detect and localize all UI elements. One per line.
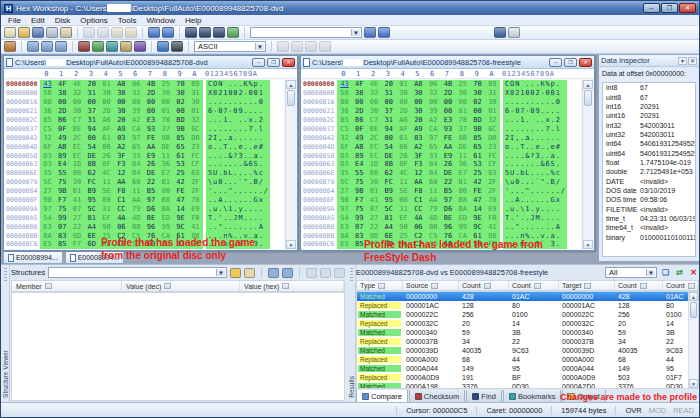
- hex-bytes[interactable]: E30722A490060B96999C41: [337, 222, 500, 231]
- hex-byte[interactable]: B9: [381, 187, 396, 196]
- ascii-text[interactable]: 2I,.a......: [206, 133, 270, 142]
- filter-icon[interactable]: [378, 283, 385, 289]
- hex-byte[interactable]: 60: [426, 178, 441, 187]
- hex-byte[interactable]: EC: [70, 151, 85, 160]
- hex-byte[interactable]: 2D: [396, 107, 411, 116]
- inspector-row[interactable]: DATE<invalid>: [603, 176, 695, 185]
- hex-byte[interactable]: B4: [426, 169, 441, 178]
- hex-byte[interactable]: B8: [455, 196, 470, 205]
- filter-icon[interactable]: [164, 283, 171, 289]
- hex-byte[interactable]: 6F: [40, 142, 55, 151]
- hex-byte[interactable]: 41: [367, 196, 382, 205]
- hex-byte[interactable]: 0B: [129, 222, 144, 231]
- hex-byte[interactable]: 00: [470, 107, 485, 116]
- hex-byte[interactable]: 37: [455, 124, 470, 133]
- hex-byte[interactable]: 30: [173, 89, 188, 98]
- menu-file[interactable]: File: [3, 16, 26, 25]
- hex-byte[interactable]: B9: [485, 80, 500, 89]
- ascii-text[interactable]: 2I,.a......: [503, 133, 567, 142]
- hex-byte[interactable]: E9: [188, 204, 203, 213]
- inspector-row[interactable]: uint867: [603, 92, 695, 101]
- inspector-row[interactable]: int1620291: [603, 102, 695, 111]
- ascii-text[interactable]: o..T..e..e#: [206, 142, 270, 151]
- hex-byte[interactable]: 30: [188, 98, 203, 107]
- compare-column-header[interactable]: Count: [615, 281, 663, 290]
- hex-byte[interactable]: 6C: [188, 124, 203, 133]
- hex-byte[interactable]: E7: [455, 169, 470, 178]
- hex-byte[interactable]: 31: [84, 116, 99, 125]
- scroll-up-icon[interactable]: ▲: [583, 80, 593, 89]
- filter-icon[interactable]: [484, 283, 491, 289]
- compare-column-header[interactable]: Count: [663, 281, 698, 290]
- hex-byte[interactable]: 0F: [55, 124, 70, 133]
- hex-byte[interactable]: 55: [55, 169, 70, 178]
- hex-bytes[interactable]: E30722A490060B96999C41: [40, 222, 203, 231]
- close-icon[interactable]: ✕: [688, 268, 699, 278]
- calculator-icon[interactable]: [171, 41, 183, 52]
- hex-byte[interactable]: 9C: [470, 222, 485, 231]
- undo-icon[interactable]: [148, 27, 160, 38]
- cut-icon[interactable]: [83, 27, 95, 38]
- ascii-text[interactable]: ...1. ..x.2: [206, 116, 270, 125]
- hex-byte[interactable]: E4: [55, 160, 70, 169]
- hex-byte[interactable]: 22: [441, 178, 456, 187]
- hex-byte[interactable]: B8: [158, 196, 173, 205]
- hex-byte[interactable]: 90: [99, 222, 114, 231]
- hex-byte[interactable]: 36: [40, 107, 55, 116]
- hex-byte[interactable]: 6C: [485, 124, 500, 133]
- hex-byte[interactable]: 20: [84, 80, 99, 89]
- nav-first-icon[interactable]: [277, 41, 289, 52]
- hex-byte[interactable]: 31: [396, 204, 411, 213]
- structures-column-value[interactable]: Value (dec): [122, 281, 240, 291]
- compare-row[interactable]: Matched0000000042801AC0000000042801AC: [357, 292, 698, 301]
- hex-byte[interactable]: 35: [40, 169, 55, 178]
- hex-byte[interactable]: 55: [352, 169, 367, 178]
- hex-byte[interactable]: 85: [470, 133, 485, 142]
- hex-byte[interactable]: 00: [396, 98, 411, 107]
- hex-byte[interactable]: B1: [158, 178, 173, 187]
- drag-grip[interactable]: [4, 268, 7, 282]
- hex-byte[interactable]: 65: [129, 142, 144, 151]
- hex-bytes[interactable]: 90F7419508C1AA97B84778: [337, 196, 500, 205]
- ascii-text[interactable]: .u.\1.y....: [503, 204, 567, 213]
- hex-byte[interactable]: 00: [173, 107, 188, 116]
- hex-byte[interactable]: C7: [70, 116, 85, 125]
- hex-byte[interactable]: 6F: [337, 142, 352, 151]
- menu-options[interactable]: Options: [75, 16, 113, 25]
- open-folder-icon[interactable]: [18, 27, 30, 38]
- hex-bytes[interactable]: 362D30372D303900010001: [40, 107, 203, 116]
- hex-byte[interactable]: EC: [367, 142, 382, 151]
- hex-byte[interactable]: 2D: [99, 107, 114, 116]
- hex-byte[interactable]: 30: [396, 89, 411, 98]
- hex-byte[interactable]: B4: [129, 160, 144, 169]
- hex-byte[interactable]: 3F: [411, 151, 426, 160]
- hex-byte[interactable]: 01: [485, 107, 500, 116]
- hex-byte[interactable]: 37: [158, 124, 173, 133]
- hex-byte[interactable]: 63: [188, 169, 203, 178]
- hex-byte[interactable]: 53: [173, 160, 188, 169]
- compare-row[interactable]: Replaced0000032C20140000032C2014: [357, 319, 698, 328]
- hex-byte[interactable]: 27: [337, 187, 352, 196]
- hex-byte[interactable]: 25: [470, 169, 485, 178]
- hex-byte[interactable]: CA: [426, 124, 441, 133]
- ascii-text[interactable]: .......&6S.: [503, 160, 567, 169]
- hex-byte[interactable]: DE: [455, 142, 470, 151]
- close-icon[interactable]: ✕: [282, 58, 295, 67]
- hex-byte[interactable]: 65: [173, 142, 188, 151]
- hex-byte[interactable]: 79: [129, 204, 144, 213]
- compare-filter-combo[interactable]: All▼: [605, 267, 657, 278]
- hex-byte[interactable]: 30: [99, 89, 114, 98]
- hex-byte[interactable]: 5C: [381, 204, 396, 213]
- structures-column-value[interactable]: Value (hex): [240, 281, 344, 291]
- restore-button[interactable]: ❐: [267, 58, 280, 67]
- inspector-row[interactable]: int867: [603, 83, 695, 92]
- hex-byte[interactable]: DE: [144, 169, 159, 178]
- filter-icon[interactable]: [45, 283, 52, 289]
- hex-byte[interactable]: 4F: [55, 80, 70, 89]
- hex-byte[interactable]: 20: [381, 80, 396, 89]
- ascii-text[interactable]: ..A......Gx: [206, 196, 270, 205]
- ascii-text[interactable]: .u.\1.y....: [206, 204, 270, 213]
- scroll-thumb[interactable]: [287, 90, 295, 106]
- structure-viewer-tab[interactable]: Structure Viewer: [2, 350, 9, 398]
- hex-byte[interactable]: D6: [441, 204, 456, 213]
